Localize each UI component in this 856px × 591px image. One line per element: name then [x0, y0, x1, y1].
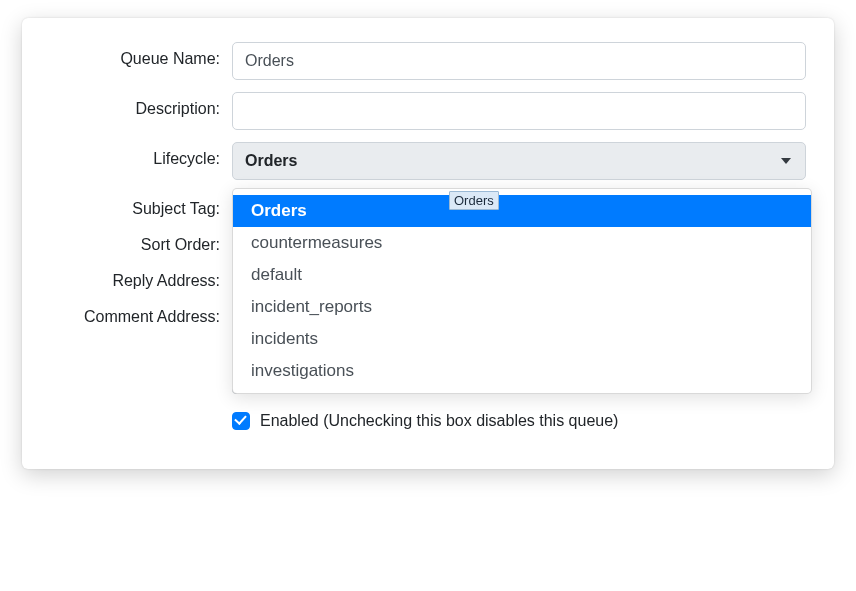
- lifecycle-dropdown[interactable]: Orders countermeasures default incident_…: [232, 188, 812, 394]
- subject-tag-label: Subject Tag:: [50, 192, 232, 218]
- lifecycle-option[interactable]: investigations: [233, 355, 811, 387]
- sort-order-label: Sort Order:: [50, 228, 232, 254]
- queue-name-input[interactable]: [232, 42, 806, 80]
- queue-form-panel: Queue Name: Description: Lifecycle: Orde…: [22, 18, 834, 469]
- description-label: Description:: [50, 92, 232, 118]
- lifecycle-select[interactable]: Orders: [232, 142, 806, 180]
- lifecycle-option[interactable]: incident_reports: [233, 291, 811, 323]
- description-input[interactable]: [232, 92, 806, 130]
- lifecycle-option[interactable]: default: [233, 259, 811, 291]
- lifecycle-option[interactable]: incidents: [233, 323, 811, 355]
- enabled-label: Enabled (Unchecking this box disables th…: [260, 410, 618, 432]
- enabled-checkbox[interactable]: [232, 412, 250, 430]
- lifecycle-selected-value: Orders: [245, 152, 297, 170]
- reply-address-label: Reply Address:: [50, 264, 232, 290]
- lifecycle-label: Lifecycle:: [50, 142, 232, 168]
- queue-name-label: Queue Name:: [50, 42, 232, 68]
- lifecycle-option[interactable]: countermeasures: [233, 227, 811, 259]
- comment-address-label: Comment Address:: [50, 300, 232, 326]
- chevron-down-icon: [781, 158, 791, 164]
- lifecycle-option[interactable]: Orders: [233, 195, 811, 227]
